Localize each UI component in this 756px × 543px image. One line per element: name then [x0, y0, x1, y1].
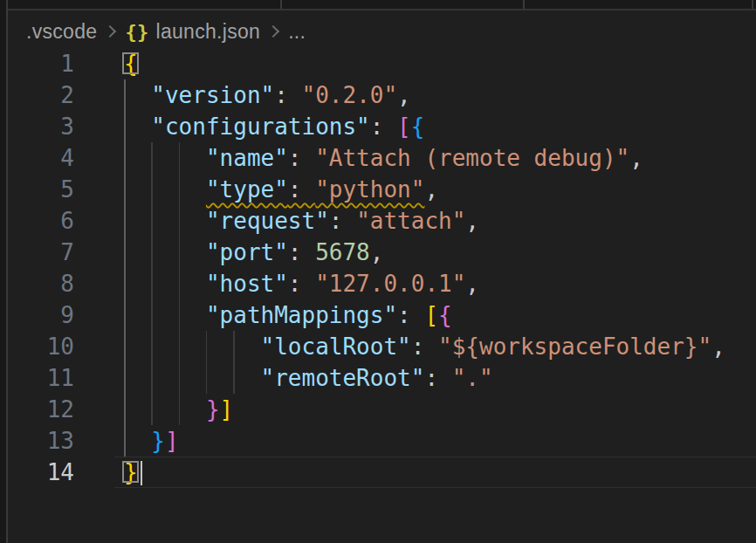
breadcrumb-folder[interactable]: .vscode — [26, 20, 97, 44]
breadcrumb-overflow[interactable]: ... — [288, 20, 306, 44]
editor[interactable]: 1{2 "version": "0.2.0",3 "configurations… — [8, 48, 756, 488]
line-number[interactable]: 4 — [8, 142, 74, 174]
indent-guide — [151, 299, 153, 331]
code-segment: "type" — [206, 176, 288, 203]
code-line: 1{ — [8, 48, 756, 79]
code-segment: "name" — [206, 145, 288, 171]
code-segment: : — [424, 365, 451, 391]
code-segment — [124, 113, 151, 140]
indent-guide — [124, 237, 126, 268]
code-text[interactable]: "host": "127.0.0.1", — [124, 268, 756, 299]
code-text[interactable]: "pathMappings": [{ — [124, 299, 756, 331]
code-text[interactable]: "port": 5678, — [124, 237, 756, 268]
code-segment: : — [370, 113, 397, 140]
code-segment — [124, 176, 206, 203]
code-segment — [124, 365, 261, 391]
line-number[interactable]: 7 — [8, 237, 74, 268]
tab-divider — [752, 0, 753, 9]
code-segment: "Attach (remote debug)" — [315, 145, 629, 171]
code-segment: [ — [397, 113, 411, 140]
code-segment: "python" — [315, 176, 424, 203]
code-segment: "pathMappings" — [206, 302, 397, 328]
code-segment — [124, 271, 206, 297]
indent-guide — [179, 237, 181, 268]
indent-guide — [151, 394, 153, 425]
code-segment — [124, 302, 206, 328]
code-segment: "127.0.0.1" — [315, 271, 465, 297]
code-text[interactable]: "remoteRoot": "." — [124, 362, 756, 394]
indent-guide — [151, 237, 153, 268]
code-line: 12 }] — [8, 394, 756, 425]
code-segment — [124, 239, 206, 265]
sidebar-edge — [0, 0, 8, 543]
line-number[interactable]: 12 — [8, 394, 74, 425]
code-text[interactable]: "localRoot": "${workspaceFolder}", — [124, 331, 756, 362]
code-line: 6 "request": "attach", — [8, 205, 756, 237]
code-text[interactable]: "name": "Attach (remote debug)", — [124, 142, 756, 174]
code-text[interactable]: { — [124, 48, 756, 79]
code-segment: ] — [220, 396, 234, 423]
indent-guide — [151, 174, 153, 205]
code-segment — [124, 145, 206, 171]
warning-squiggle: "type": "python" — [206, 176, 424, 203]
code-segment: : — [329, 208, 356, 234]
code-line: 4 "name": "Attach (remote debug)", — [8, 142, 756, 174]
line-number[interactable]: 5 — [8, 174, 74, 205]
code-segment: : — [397, 302, 424, 328]
line-number[interactable]: 9 — [8, 299, 74, 331]
code-text[interactable]: }] — [124, 425, 756, 457]
line-number[interactable]: 3 — [8, 111, 74, 142]
line-number[interactable]: 6 — [8, 205, 74, 237]
line-number[interactable]: 11 — [8, 362, 74, 394]
code-line: 9 "pathMappings": [{ — [8, 299, 756, 331]
indent-guide — [179, 362, 181, 394]
line-number[interactable]: 10 — [8, 331, 74, 362]
code-text[interactable]: "configurations": [{ — [124, 111, 756, 142]
indent-guide — [151, 362, 153, 394]
indent-guide — [151, 268, 153, 299]
code-segment: , — [370, 239, 384, 265]
code-segment — [124, 428, 151, 454]
line-number[interactable]: 14 — [8, 457, 74, 488]
code-segment: , — [465, 271, 479, 297]
code-segment: : — [288, 271, 315, 297]
indent-guide — [179, 142, 181, 174]
indent-guide — [151, 205, 153, 237]
code-line: 11 "remoteRoot": "." — [8, 362, 756, 394]
indent-guide — [124, 331, 126, 362]
code-segment: } — [206, 396, 220, 423]
code-line: 7 "port": 5678, — [8, 237, 756, 268]
line-number[interactable]: 8 — [8, 268, 74, 299]
indent-guide — [179, 268, 181, 299]
code-line: 3 "configurations": [{ — [8, 111, 756, 142]
code-segment — [124, 82, 151, 108]
code-text[interactable]: } — [124, 457, 756, 488]
code-segment: ] — [165, 428, 179, 454]
line-number[interactable]: 1 — [8, 48, 74, 79]
indent-guide — [124, 268, 126, 299]
line-number[interactable]: 13 — [8, 425, 74, 457]
code-text[interactable]: "request": "attach", — [124, 205, 756, 237]
code-segment — [124, 396, 206, 423]
code-text[interactable]: }] — [124, 394, 756, 425]
tab-divider — [280, 0, 282, 9]
indent-guide — [179, 174, 181, 205]
code-text[interactable]: "version": "0.2.0", — [124, 79, 756, 111]
code-segment: : — [288, 239, 315, 265]
indent-guide — [124, 362, 126, 394]
code-text[interactable]: "type": "python", — [124, 174, 756, 205]
code-segment: , — [629, 145, 643, 171]
tab-bar[interactable] — [8, 0, 756, 9]
breadcrumb-file[interactable]: launch.json — [155, 20, 260, 44]
matched-bracket: } — [124, 459, 138, 485]
code-segment: "configurations" — [151, 113, 369, 140]
code-segment: , — [465, 208, 479, 234]
indent-guide — [124, 111, 126, 142]
chevron-right-icon — [104, 25, 116, 38]
code-segment — [124, 333, 261, 360]
code-segment: "remoteRoot" — [261, 365, 425, 391]
line-number[interactable]: 2 — [8, 79, 74, 111]
indent-guide — [206, 331, 208, 362]
indent-guide — [124, 425, 126, 457]
indent-guide — [179, 205, 181, 237]
